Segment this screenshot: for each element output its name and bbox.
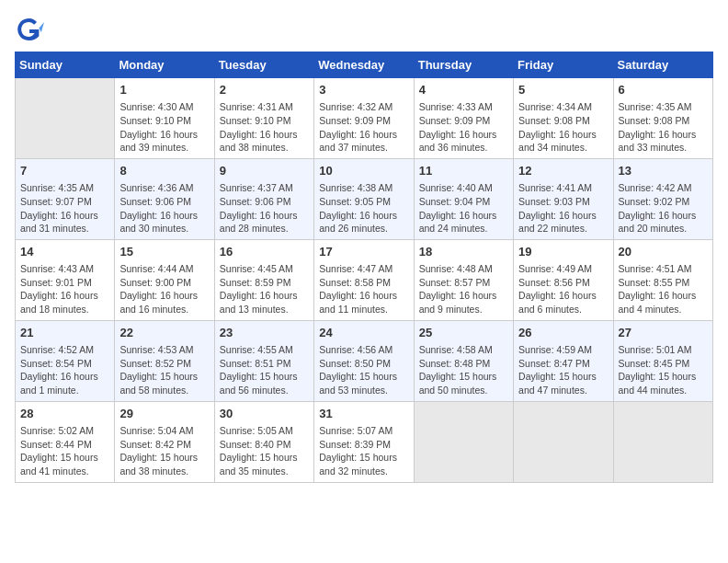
calendar-cell: 2Sunrise: 4:31 AM Sunset: 9:10 PM Daylig… bbox=[214, 78, 313, 159]
column-header-tuesday: Tuesday bbox=[214, 52, 313, 78]
day-number: 20 bbox=[619, 244, 708, 260]
day-number: 13 bbox=[619, 163, 708, 179]
day-info: Sunrise: 4:56 AM Sunset: 8:50 PM Dayligh… bbox=[319, 343, 408, 397]
column-header-thursday: Thursday bbox=[414, 52, 513, 78]
calendar-table: SundayMondayTuesdayWednesdayThursdayFrid… bbox=[15, 52, 713, 483]
day-info: Sunrise: 4:55 AM Sunset: 8:51 PM Dayligh… bbox=[220, 343, 309, 397]
svg-marker-0 bbox=[39, 22, 44, 32]
calendar-week-row: 1Sunrise: 4:30 AM Sunset: 9:10 PM Daylig… bbox=[16, 78, 713, 159]
day-info: Sunrise: 4:33 AM Sunset: 9:09 PM Dayligh… bbox=[419, 100, 508, 155]
day-number: 24 bbox=[319, 325, 408, 341]
day-number: 1 bbox=[119, 82, 209, 98]
day-info: Sunrise: 5:01 AM Sunset: 8:45 PM Dayligh… bbox=[619, 343, 708, 397]
calendar-cell: 24Sunrise: 4:56 AM Sunset: 8:50 PM Dayli… bbox=[314, 320, 414, 401]
calendar-week-row: 21Sunrise: 4:52 AM Sunset: 8:54 PM Dayli… bbox=[16, 320, 713, 401]
column-header-friday: Friday bbox=[514, 52, 613, 78]
day-info: Sunrise: 5:02 AM Sunset: 8:44 PM Dayligh… bbox=[20, 424, 109, 478]
column-header-monday: Monday bbox=[115, 52, 214, 78]
day-number: 16 bbox=[220, 244, 309, 260]
day-number: 7 bbox=[20, 163, 109, 179]
calendar-cell: 20Sunrise: 4:51 AM Sunset: 8:55 PM Dayli… bbox=[613, 239, 712, 320]
day-number: 29 bbox=[119, 406, 209, 422]
calendar-cell: 12Sunrise: 4:41 AM Sunset: 9:03 PM Dayli… bbox=[514, 158, 613, 239]
day-number: 23 bbox=[220, 325, 309, 341]
calendar-cell: 28Sunrise: 5:02 AM Sunset: 8:44 PM Dayli… bbox=[16, 401, 115, 482]
calendar-cell: 7Sunrise: 4:35 AM Sunset: 9:07 PM Daylig… bbox=[16, 158, 115, 239]
day-number: 22 bbox=[119, 325, 209, 341]
calendar-cell: 30Sunrise: 5:05 AM Sunset: 8:40 PM Dayli… bbox=[214, 401, 313, 482]
day-info: Sunrise: 4:34 AM Sunset: 9:08 PM Dayligh… bbox=[518, 100, 608, 155]
column-header-wednesday: Wednesday bbox=[314, 52, 414, 78]
calendar-cell bbox=[414, 401, 513, 482]
logo bbox=[15, 15, 48, 44]
calendar-cell: 3Sunrise: 4:32 AM Sunset: 9:09 PM Daylig… bbox=[314, 78, 414, 159]
page-header bbox=[15, 15, 713, 44]
day-number: 3 bbox=[319, 82, 408, 98]
column-header-sunday: Sunday bbox=[16, 52, 115, 78]
day-info: Sunrise: 4:30 AM Sunset: 9:10 PM Dayligh… bbox=[119, 100, 209, 155]
logo-icon bbox=[15, 15, 44, 44]
calendar-cell: 23Sunrise: 4:55 AM Sunset: 8:51 PM Dayli… bbox=[214, 320, 313, 401]
day-info: Sunrise: 4:32 AM Sunset: 9:09 PM Dayligh… bbox=[319, 100, 408, 155]
calendar-cell: 29Sunrise: 5:04 AM Sunset: 8:42 PM Dayli… bbox=[115, 401, 214, 482]
calendar-cell: 10Sunrise: 4:38 AM Sunset: 9:05 PM Dayli… bbox=[314, 158, 414, 239]
day-number: 21 bbox=[20, 325, 109, 341]
calendar-header-row: SundayMondayTuesdayWednesdayThursdayFrid… bbox=[16, 52, 713, 78]
calendar-cell: 15Sunrise: 4:44 AM Sunset: 9:00 PM Dayli… bbox=[115, 239, 214, 320]
calendar-cell bbox=[514, 401, 613, 482]
day-number: 31 bbox=[319, 406, 408, 422]
day-number: 26 bbox=[518, 325, 608, 341]
day-info: Sunrise: 4:52 AM Sunset: 8:54 PM Dayligh… bbox=[20, 343, 109, 397]
day-info: Sunrise: 5:05 AM Sunset: 8:40 PM Dayligh… bbox=[220, 424, 309, 478]
day-info: Sunrise: 4:48 AM Sunset: 8:57 PM Dayligh… bbox=[419, 262, 508, 316]
calendar-cell: 13Sunrise: 4:42 AM Sunset: 9:02 PM Dayli… bbox=[613, 158, 712, 239]
calendar-cell: 21Sunrise: 4:52 AM Sunset: 8:54 PM Dayli… bbox=[16, 320, 115, 401]
calendar-week-row: 28Sunrise: 5:02 AM Sunset: 8:44 PM Dayli… bbox=[16, 401, 713, 482]
day-info: Sunrise: 4:47 AM Sunset: 8:58 PM Dayligh… bbox=[319, 262, 408, 316]
day-info: Sunrise: 4:38 AM Sunset: 9:05 PM Dayligh… bbox=[319, 181, 408, 236]
column-header-saturday: Saturday bbox=[613, 52, 712, 78]
day-info: Sunrise: 4:31 AM Sunset: 9:10 PM Dayligh… bbox=[220, 100, 309, 155]
day-number: 25 bbox=[419, 325, 508, 341]
day-number: 4 bbox=[419, 82, 508, 98]
day-number: 6 bbox=[619, 82, 708, 98]
day-info: Sunrise: 4:45 AM Sunset: 8:59 PM Dayligh… bbox=[220, 262, 309, 316]
calendar-cell: 19Sunrise: 4:49 AM Sunset: 8:56 PM Dayli… bbox=[514, 239, 613, 320]
day-info: Sunrise: 4:42 AM Sunset: 9:02 PM Dayligh… bbox=[619, 181, 708, 236]
day-number: 27 bbox=[619, 325, 708, 341]
calendar-cell: 17Sunrise: 4:47 AM Sunset: 8:58 PM Dayli… bbox=[314, 239, 414, 320]
day-info: Sunrise: 4:35 AM Sunset: 9:08 PM Dayligh… bbox=[619, 100, 708, 155]
day-number: 9 bbox=[220, 163, 309, 179]
calendar-cell: 22Sunrise: 4:53 AM Sunset: 8:52 PM Dayli… bbox=[115, 320, 214, 401]
calendar-cell: 14Sunrise: 4:43 AM Sunset: 9:01 PM Dayli… bbox=[16, 239, 115, 320]
day-info: Sunrise: 4:40 AM Sunset: 9:04 PM Dayligh… bbox=[419, 181, 508, 236]
calendar-cell bbox=[613, 401, 712, 482]
calendar-cell: 18Sunrise: 4:48 AM Sunset: 8:57 PM Dayli… bbox=[414, 239, 513, 320]
calendar-cell: 4Sunrise: 4:33 AM Sunset: 9:09 PM Daylig… bbox=[414, 78, 513, 159]
day-info: Sunrise: 5:04 AM Sunset: 8:42 PM Dayligh… bbox=[119, 424, 209, 478]
calendar-cell: 8Sunrise: 4:36 AM Sunset: 9:06 PM Daylig… bbox=[115, 158, 214, 239]
day-number: 10 bbox=[319, 163, 408, 179]
calendar-week-row: 14Sunrise: 4:43 AM Sunset: 9:01 PM Dayli… bbox=[16, 239, 713, 320]
day-info: Sunrise: 4:43 AM Sunset: 9:01 PM Dayligh… bbox=[20, 262, 109, 316]
day-number: 15 bbox=[119, 244, 209, 260]
calendar-week-row: 7Sunrise: 4:35 AM Sunset: 9:07 PM Daylig… bbox=[16, 158, 713, 239]
calendar-cell bbox=[16, 78, 115, 159]
calendar-cell: 16Sunrise: 4:45 AM Sunset: 8:59 PM Dayli… bbox=[214, 239, 313, 320]
day-info: Sunrise: 4:44 AM Sunset: 9:00 PM Dayligh… bbox=[119, 262, 209, 316]
day-number: 17 bbox=[319, 244, 408, 260]
day-info: Sunrise: 4:51 AM Sunset: 8:55 PM Dayligh… bbox=[619, 262, 708, 316]
calendar-cell: 26Sunrise: 4:59 AM Sunset: 8:47 PM Dayli… bbox=[514, 320, 613, 401]
calendar-cell: 31Sunrise: 5:07 AM Sunset: 8:39 PM Dayli… bbox=[314, 401, 414, 482]
day-info: Sunrise: 4:35 AM Sunset: 9:07 PM Dayligh… bbox=[20, 181, 109, 236]
day-number: 19 bbox=[518, 244, 608, 260]
day-info: Sunrise: 4:58 AM Sunset: 8:48 PM Dayligh… bbox=[419, 343, 508, 397]
day-info: Sunrise: 4:37 AM Sunset: 9:06 PM Dayligh… bbox=[220, 181, 309, 236]
calendar-cell: 25Sunrise: 4:58 AM Sunset: 8:48 PM Dayli… bbox=[414, 320, 513, 401]
day-number: 11 bbox=[419, 163, 508, 179]
day-info: Sunrise: 4:59 AM Sunset: 8:47 PM Dayligh… bbox=[518, 343, 608, 397]
calendar-cell: 11Sunrise: 4:40 AM Sunset: 9:04 PM Dayli… bbox=[414, 158, 513, 239]
day-number: 28 bbox=[20, 406, 109, 422]
calendar-cell: 6Sunrise: 4:35 AM Sunset: 9:08 PM Daylig… bbox=[613, 78, 712, 159]
day-number: 12 bbox=[518, 163, 608, 179]
